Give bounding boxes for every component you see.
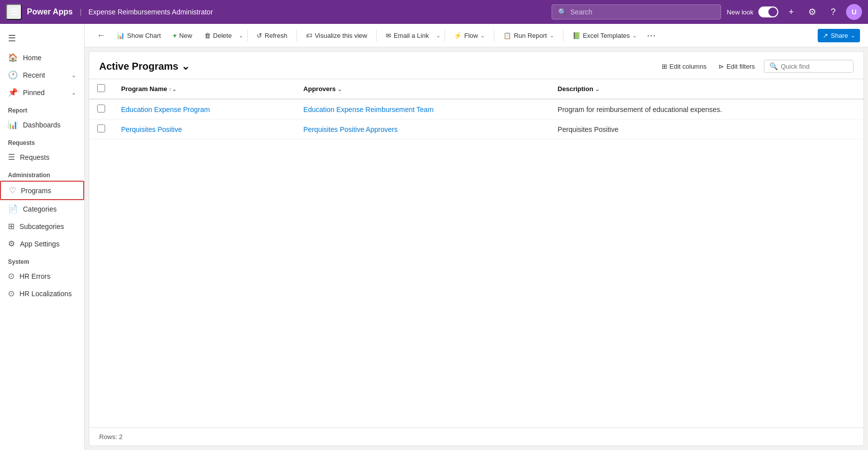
sidebar-label-pinned: Pinned (23, 89, 45, 97)
programs-table: Program Name ↑⌄ Approvers ⌄ Description … (89, 79, 864, 139)
sidebar-item-pinned[interactable]: 📌 Pinned ⌄ (0, 84, 84, 101)
sort-asc-icon: ↑⌄ (169, 86, 176, 92)
visualize-label: Visualize this view (315, 32, 367, 39)
delete-button[interactable]: 🗑 Delete (199, 29, 237, 42)
view-title-text: Active Programs (99, 61, 178, 72)
row1-checkbox[interactable] (97, 105, 105, 112)
share-button[interactable]: ↗ Share ⌄ (818, 29, 860, 42)
approvers-sort-icon: ⌄ (337, 86, 342, 92)
app-logo: Power Apps (27, 7, 73, 16)
email-link-button[interactable]: ✉ Email a Link (381, 29, 434, 42)
sidebar-item-appsettings[interactable]: ⚙ App Settings (0, 235, 84, 252)
flow-dropdown-arrow: ⌄ (480, 32, 485, 39)
flow-label: Flow (464, 32, 478, 39)
hrlocalizations-icon: ⊙ (8, 289, 14, 298)
email-dropdown-arrow[interactable]: ⌄ (436, 32, 440, 39)
sidebar-label-dashboards: Dashboards (23, 121, 61, 129)
row1-approvers[interactable]: Education Expense Reimbursement Team (295, 99, 550, 119)
view-title: Active Programs ⌄ (99, 60, 190, 72)
content-area: ← 📊 Show Chart + New 🗑 Delete ⌄ ↺ Refres… (85, 24, 868, 450)
visualize-button[interactable]: 🏷 Visualize this view (301, 29, 372, 42)
new-icon: + (173, 32, 177, 39)
avatar[interactable]: U (846, 4, 862, 20)
refresh-button[interactable]: ↺ Refresh (252, 29, 292, 42)
description-label: Description (558, 85, 593, 93)
header-description[interactable]: Description ⌄ (550, 79, 864, 99)
row1-program-name[interactable]: Education Expense Program (113, 99, 295, 119)
excel-label: Excel Templates (583, 32, 630, 39)
sidebar-item-recent[interactable]: 🕐 Recent ⌄ (0, 66, 84, 84)
sidebar-item-dashboards[interactable]: 📊 Dashboards (0, 116, 84, 133)
categories-icon: 📄 (8, 204, 18, 214)
run-report-button[interactable]: 📋 Run Report ⌄ (498, 29, 559, 42)
row2-program-name[interactable]: Perquisites Positive (113, 119, 295, 139)
share-label: Share (831, 32, 848, 39)
row2-description: Perquisites Positive (550, 119, 864, 139)
quick-find-box[interactable]: 🔍 (764, 60, 854, 73)
delete-icon: 🗑 (204, 32, 211, 39)
table-header-row: Program Name ↑⌄ Approvers ⌄ Description … (89, 79, 864, 99)
search-input[interactable] (571, 8, 715, 16)
sidebar-item-hrlocalizations[interactable]: ⊙ HR Localizations (0, 285, 84, 302)
more-button[interactable]: ⋯ (644, 28, 659, 43)
excel-templates-button[interactable]: 📗 Excel Templates ⌄ (568, 29, 642, 42)
sidebar-label-requests: Requests (20, 153, 49, 161)
new-button[interactable]: + New (168, 29, 197, 42)
sidebar-item-categories[interactable]: 📄 Categories (0, 200, 84, 218)
view-area: Active Programs ⌄ ⊞ Edit columns ⊳ Edit … (89, 51, 864, 446)
sidebar-label-categories: Categories (23, 205, 57, 213)
view-header: Active Programs ⌄ ⊞ Edit columns ⊳ Edit … (89, 52, 864, 79)
delete-label: Delete (213, 32, 232, 39)
header-approvers[interactable]: Approvers ⌄ (295, 79, 550, 99)
sidebar-label-appsettings: App Settings (20, 240, 59, 248)
edit-columns-button[interactable]: ⊞ Edit columns (659, 61, 710, 72)
sidebar-item-programs[interactable]: ♡ Programs (0, 181, 84, 200)
add-button[interactable]: + (783, 4, 799, 20)
sidebar-item-home[interactable]: 🏠 Home (0, 49, 84, 66)
flow-icon: ⚡ (454, 32, 462, 39)
row2-checkbox[interactable] (97, 124, 105, 132)
header-select-all[interactable] (89, 79, 113, 99)
row1-description: Program for reimbursement of educational… (550, 99, 864, 119)
settings-icon[interactable]: ⚙ (804, 4, 820, 20)
separator: | (80, 8, 82, 16)
toolbar-sep-3 (376, 29, 377, 41)
sidebar-item-subcategories[interactable]: ⊞ Subcategories (0, 218, 84, 235)
new-label: New (179, 32, 192, 39)
quick-find-input[interactable] (781, 63, 848, 70)
nav-right: New look + ⚙ ? U (727, 4, 862, 20)
delete-dropdown-arrow[interactable]: ⌄ (239, 32, 243, 39)
quick-find-icon: 🔍 (769, 62, 778, 70)
sidebar-label-hrerrors: HR Errors (19, 272, 50, 280)
select-all-checkbox[interactable] (97, 84, 105, 92)
sidebar-item-requests[interactable]: ☰ Requests (0, 148, 84, 166)
row1-checkbox-cell[interactable] (89, 99, 113, 119)
hamburger-button[interactable]: ☰ (6, 4, 22, 20)
new-look-toggle[interactable] (758, 6, 778, 17)
sidebar-hamburger[interactable]: ☰ (0, 28, 84, 49)
sidebar-section-requests: Requests (0, 133, 84, 148)
flow-button[interactable]: ⚡ Flow ⌄ (449, 29, 490, 42)
search-bar[interactable]: 🔍 (552, 4, 721, 19)
dashboard-icon: 📊 (8, 120, 18, 129)
help-icon[interactable]: ? (825, 4, 841, 20)
row2-approvers[interactable]: Perquisites Positive Approvers (295, 119, 550, 139)
toolbar-sep-5 (494, 29, 494, 41)
sidebar-label-home: Home (23, 54, 41, 62)
excel-icon: 📗 (573, 32, 580, 39)
view-title-dropdown-icon[interactable]: ⌄ (181, 60, 190, 72)
row2-checkbox-cell[interactable] (89, 119, 113, 139)
table-row: Education Expense Program Education Expe… (89, 99, 864, 119)
sidebar-label-hrlocalizations: HR Localizations (19, 290, 72, 298)
toolbar-sep-4 (444, 29, 445, 41)
rows-count: Rows: 2 (99, 433, 123, 441)
edit-filters-button[interactable]: ⊳ Edit filters (716, 61, 758, 72)
chevron-down-icon: ⌄ (71, 89, 76, 96)
edit-filters-label: Edit filters (726, 63, 755, 70)
appsettings-icon: ⚙ (8, 239, 15, 248)
back-button[interactable]: ← (93, 28, 110, 43)
toolbar-sep-2 (296, 29, 297, 41)
show-chart-button[interactable]: 📊 Show Chart (112, 29, 166, 42)
sidebar-item-hrerrors[interactable]: ⊙ HR Errors (0, 267, 84, 285)
header-program-name[interactable]: Program Name ↑⌄ (113, 79, 295, 99)
